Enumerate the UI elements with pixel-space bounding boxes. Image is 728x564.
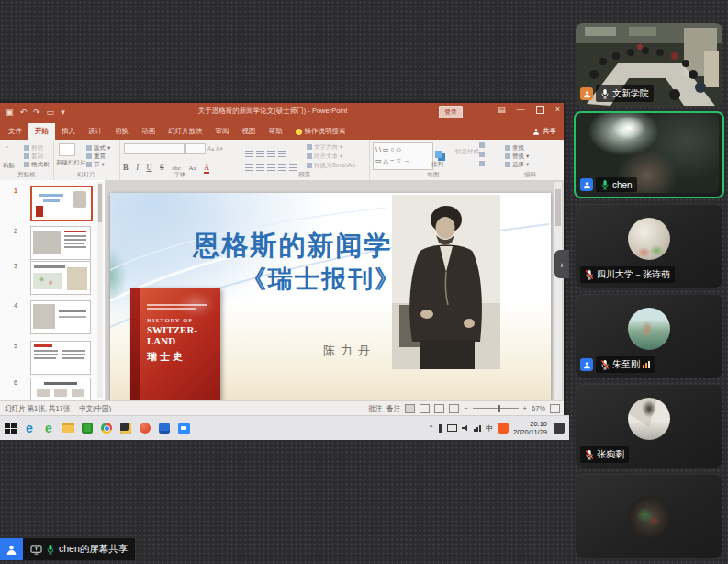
action-center-icon[interactable] xyxy=(554,423,565,434)
red-app-icon[interactable] xyxy=(139,422,151,434)
language-indicator[interactable]: 中文(中国) xyxy=(79,404,111,413)
slide-sorter-icon[interactable] xyxy=(420,404,430,413)
slide-thumbnail-2[interactable] xyxy=(30,226,91,260)
tab-slideshow[interactable]: 幻灯片放映 xyxy=(162,123,209,140)
align-text-button[interactable]: 对齐文本 ▾ xyxy=(307,152,342,160)
tab-help[interactable]: 帮助 xyxy=(263,123,289,140)
fit-to-window-icon[interactable] xyxy=(550,404,560,413)
green-app-icon[interactable] xyxy=(81,422,94,434)
start-button[interactable] xyxy=(4,422,17,434)
ribbon-display-options-icon[interactable]: ▤ xyxy=(498,105,506,114)
arrange-label[interactable]: 排列 xyxy=(431,160,443,168)
tab-design[interactable]: 设计 xyxy=(82,123,108,140)
tab-transitions[interactable]: 切换 xyxy=(108,123,135,140)
wechat-work-tray-icon[interactable] xyxy=(498,423,509,434)
redo-icon[interactable]: ↷ xyxy=(33,106,40,118)
font-name-combobox[interactable] xyxy=(124,143,185,154)
tab-insert[interactable]: 插入 xyxy=(55,123,82,140)
smartart-button[interactable]: 转换为SmartArt xyxy=(307,161,355,169)
reset-button[interactable]: 重置 xyxy=(86,152,106,160)
copy-button[interactable]: 复制 xyxy=(24,152,43,160)
edge-browser-icon[interactable]: e xyxy=(23,422,36,434)
paste-label[interactable]: 粘贴 xyxy=(3,161,15,169)
network-icon[interactable] xyxy=(474,424,481,432)
slide-editing-surface[interactable]: 恩格斯的新闻学文章 《瑞士报刊》 HISTORY OF SWITZER- LAN… xyxy=(110,193,551,401)
zoom-out-button[interactable]: − xyxy=(464,404,467,412)
slide-thumbnail-6[interactable] xyxy=(30,378,91,401)
tab-review[interactable]: 审阅 xyxy=(209,123,236,140)
dark-app-icon[interactable] xyxy=(119,422,132,434)
restore-button[interactable] xyxy=(536,106,544,114)
browser-360-icon[interactable]: e xyxy=(42,422,55,434)
select-button[interactable]: 选择 ▾ xyxy=(505,160,529,168)
slide-thumbnail-4[interactable] xyxy=(30,300,91,334)
cut-button[interactable]: 剪切 xyxy=(24,143,43,152)
minimize-button[interactable]: — xyxy=(517,105,525,114)
file-explorer-icon[interactable] xyxy=(62,422,74,434)
customize-qat-icon[interactable]: ▾ xyxy=(61,106,65,118)
tab-file[interactable]: 文件 xyxy=(2,123,28,140)
powerpoint-window: ▣ ↶ ↷ ▭ ▾ 关于恩格斯的新闻学论文(硕士师门) - PowerPoint… xyxy=(0,103,564,415)
tab-animations[interactable]: 动画 xyxy=(135,123,162,140)
participant-tile-zhangshimeng[interactable]: 四川大学－张诗萌 xyxy=(576,204,722,288)
canvas-scrollbar[interactable] xyxy=(554,182,562,400)
participant-tile-wenxin[interactable]: 文新学院 xyxy=(576,23,722,107)
shapes-gallery[interactable]: \ \ ▭ ○ ◇▭ △ ~ ☆ → xyxy=(373,142,433,170)
tencent-meeting-icon[interactable] xyxy=(177,422,190,434)
signin-button[interactable]: 登录 xyxy=(439,106,463,118)
battery-icon[interactable] xyxy=(447,424,457,432)
sidebar-collapse-handle[interactable]: › xyxy=(554,250,569,278)
blue-app-icon[interactable] xyxy=(158,422,171,434)
text-direction-button[interactable]: 文字方向 ▾ xyxy=(307,142,342,151)
replace-button[interactable]: 替换 ▾ xyxy=(505,152,529,160)
participant-name: 四川大学－张诗萌 xyxy=(597,268,670,281)
grow-font-button[interactable]: A▴ A▾ xyxy=(207,144,223,152)
participant-tile-chen[interactable]: chen xyxy=(574,111,724,198)
participant-tile-zhanggousheng[interactable]: 张狗剩 xyxy=(576,384,722,468)
participant-tile-partial[interactable] xyxy=(576,474,722,558)
save-icon[interactable]: ▣ xyxy=(6,106,14,118)
undo-icon[interactable]: ↶ xyxy=(20,106,28,118)
reading-view-icon[interactable] xyxy=(434,404,444,413)
tray-expand-chevron[interactable]: ⌃ xyxy=(428,424,434,433)
find-button[interactable]: 查找 xyxy=(505,143,524,152)
start-slideshow-icon[interactable]: ▭ xyxy=(47,106,55,118)
slide-author: 陈力丹 xyxy=(323,343,375,359)
font-size-combobox[interactable] xyxy=(185,143,206,154)
volume-icon[interactable] xyxy=(462,425,469,432)
new-slide-icon xyxy=(59,143,75,156)
slide-thumbnail-3[interactable] xyxy=(30,261,91,295)
participant-tile-zhuzhigang[interactable]: 朱至刚 xyxy=(576,294,722,378)
quick-styles-button[interactable]: 快速样式 xyxy=(455,147,479,155)
ppt-share-button[interactable]: 共享 xyxy=(532,123,556,140)
member-list-icon[interactable] xyxy=(0,538,23,560)
layout-button[interactable]: 版式 ▾ xyxy=(86,143,110,152)
notes-button[interactable]: 备注 xyxy=(386,404,400,413)
shape-outline-button[interactable] xyxy=(479,152,485,157)
slide-thumbnail-1[interactable] xyxy=(30,186,93,221)
zoom-in-button[interactable]: + xyxy=(523,404,527,412)
chrome-icon[interactable] xyxy=(100,422,113,434)
slide-thumbnail-5[interactable] xyxy=(30,341,91,375)
thumbnail-scrollbar[interactable] xyxy=(97,182,103,398)
new-slide-button[interactable]: 新建幻灯片 xyxy=(56,158,84,166)
group-label-font: 字体 xyxy=(119,171,241,179)
layout-icon xyxy=(86,145,92,151)
screen-share-badge[interactable]: chen的屏幕共享 xyxy=(0,538,135,560)
zoom-level[interactable]: 67% xyxy=(532,404,545,412)
tab-home[interactable]: 开始 xyxy=(28,123,55,140)
format-painter-button[interactable]: 格式刷 xyxy=(24,160,50,168)
tab-view[interactable]: 视图 xyxy=(236,123,263,140)
section-button[interactable]: 节 ▾ xyxy=(86,160,105,168)
normal-view-icon[interactable] xyxy=(405,404,415,413)
taskbar-clock[interactable]: 20:10 2020/11/29 xyxy=(513,420,547,436)
comments-button[interactable]: 批注 xyxy=(368,404,382,413)
tell-me-search[interactable]: 操作说明搜索 xyxy=(289,123,353,140)
phone-tray-icon[interactable] xyxy=(439,424,442,433)
close-button[interactable]: × xyxy=(555,105,560,114)
shape-fill-button[interactable] xyxy=(479,142,485,148)
slideshow-view-icon[interactable] xyxy=(449,404,459,413)
shape-effects-button[interactable] xyxy=(479,161,485,166)
ime-indicator[interactable]: 中 xyxy=(486,423,493,434)
zoom-slider[interactable] xyxy=(473,408,519,409)
